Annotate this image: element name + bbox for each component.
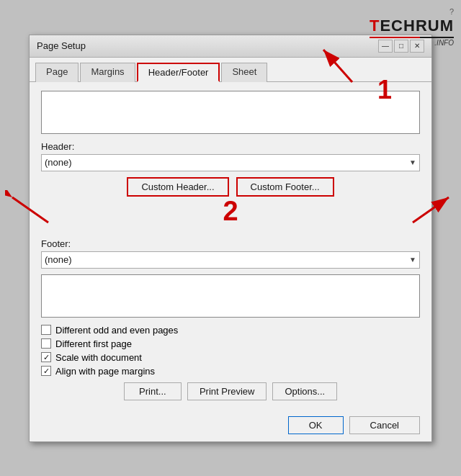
- checkbox-first-page[interactable]: [41, 338, 51, 349]
- footer-preview: [41, 274, 420, 318]
- annotation-1: 1: [377, 75, 392, 105]
- checkbox-align-label: Align with page margins: [55, 366, 155, 377]
- watermark-brand: TECHRUM: [370, 17, 454, 35]
- tab-bar: Page Margins Header/Footer Sheet: [30, 58, 431, 82]
- dialog-body: 1 Header: (none) ▼ Custom Header... Cust…: [30, 82, 431, 412]
- footer-dropdown-row: (none) ▼: [41, 251, 420, 269]
- watermark-sub: .INFO: [370, 39, 454, 48]
- print-button[interactable]: Print...: [124, 382, 182, 400]
- custom-footer-button[interactable]: Custom Footer...: [236, 177, 334, 197]
- checkbox-row-first-page: Different first page: [41, 338, 420, 349]
- header-dropdown-arrow: ▼: [409, 158, 416, 166]
- checkbox-row-align: ✓ Align with page margins: [41, 366, 420, 377]
- checkbox-align[interactable]: ✓: [41, 366, 51, 376]
- footer-dropdown-value: (none): [45, 254, 72, 265]
- watermark: ? TECHRUM .INFO: [370, 7, 454, 48]
- cancel-button[interactable]: Cancel: [349, 416, 420, 434]
- checkboxes-section: Different odd and even pages Different f…: [41, 325, 420, 377]
- ok-button[interactable]: OK: [288, 416, 344, 434]
- footer-dropdown-arrow: ▼: [409, 256, 416, 264]
- print-preview-button[interactable]: Print Preview: [187, 382, 267, 400]
- watermark-question: ?: [370, 7, 454, 17]
- footer-dropdown[interactable]: (none) ▼: [41, 251, 420, 269]
- header-preview: [41, 91, 420, 134]
- ok-cancel-row: OK Cancel: [30, 412, 431, 441]
- checkbox-odd-even[interactable]: [41, 325, 51, 335]
- tab-margins[interactable]: Margins: [80, 63, 135, 82]
- annotation-2: 2: [223, 196, 238, 227]
- header-dropdown-value: (none): [45, 157, 72, 168]
- custom-header-button[interactable]: Custom Header...: [127, 177, 228, 197]
- tab-page[interactable]: Page: [35, 63, 79, 82]
- custom-buttons-row: Custom Header... Custom Footer... 2: [41, 177, 420, 197]
- bottom-buttons: Print... Print Preview Options...: [41, 382, 420, 400]
- checkbox-scale[interactable]: ✓: [41, 352, 51, 362]
- options-button[interactable]: Options...: [272, 382, 337, 400]
- footer-label: Footer:: [41, 238, 420, 249]
- header-dropdown[interactable]: (none) ▼: [41, 154, 420, 171]
- checkbox-first-page-label: Different first page: [55, 338, 132, 349]
- header-label: Header:: [41, 141, 420, 152]
- tab-sheet[interactable]: Sheet: [221, 63, 267, 82]
- checkbox-row-scale: ✓ Scale with document: [41, 352, 420, 363]
- page-setup-dialog: Page Setup — □ ✕ Page Margins Header/Foo…: [29, 35, 432, 442]
- dialog-title: Page Setup: [37, 40, 86, 51]
- tab-header-footer[interactable]: Header/Footer: [137, 63, 220, 82]
- checkbox-odd-even-label: Different odd and even pages: [55, 325, 178, 336]
- checkbox-scale-label: Scale with document: [55, 352, 142, 363]
- checkbox-row-odd-even: Different odd and even pages: [41, 325, 420, 336]
- header-dropdown-row: (none) ▼: [41, 154, 420, 171]
